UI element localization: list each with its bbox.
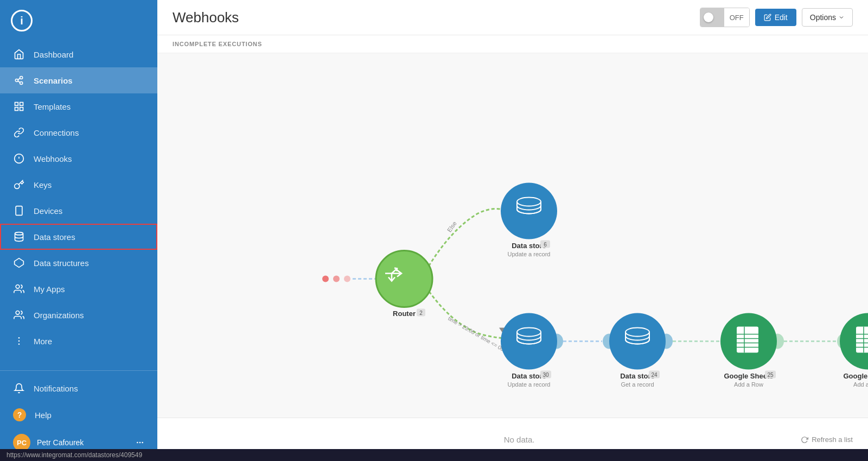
scenarios-icon (13, 74, 25, 86)
sidebar-item-label: More (34, 337, 52, 346)
data-store-30-sublabel: Update a record (508, 381, 551, 388)
sheets-26-doc (856, 327, 868, 353)
svg-point-26 (344, 276, 350, 282)
sidebar-item-label: Organizations (34, 311, 84, 320)
svg-rect-5 (15, 103, 18, 106)
user-name: Petr Cafourek (37, 438, 129, 447)
options-button[interactable]: Options (802, 8, 853, 27)
data-store-6-badge-text: 6 (544, 242, 547, 248)
svg-point-24 (322, 276, 329, 282)
sidebar-item-data-structures[interactable]: Data structures (0, 250, 157, 276)
router-badge-text: 2 (419, 310, 423, 316)
bell-icon (13, 382, 25, 394)
data-store-30-node[interactable] (501, 313, 557, 370)
svg-point-19 (18, 340, 20, 342)
sidebar-item-webhooks[interactable]: Webhooks (0, 146, 157, 172)
svg-rect-12 (16, 206, 22, 216)
data-store-30-badge-text: 30 (542, 372, 549, 378)
svg-point-20 (18, 344, 20, 345)
scenario-canvas[interactable]: Else time > 23:00 or time <= 00:00 (157, 53, 868, 418)
sidebar-item-label: Notifications (34, 384, 78, 393)
main-content: Webhooks OFF Edit Options INCOMPLETE EXE… (157, 0, 868, 461)
sidebar-item-templates[interactable]: Templates (0, 93, 157, 119)
sidebar-item-devices[interactable]: Devices (0, 198, 157, 224)
incomplete-executions-bar: INCOMPLETE EXECUTIONS (157, 35, 868, 53)
svg-point-25 (333, 276, 340, 282)
sidebar-item-data-stores[interactable]: Data stores (0, 224, 157, 250)
sidebar-item-connections[interactable]: Connections (0, 119, 157, 146)
sidebar-nav: Dashboard Scenarios Templates Connection… (0, 41, 157, 370)
status-url: https://www.integromat.com/datastores/40… (7, 451, 142, 459)
sidebar-item-help[interactable]: ? Help (0, 401, 157, 428)
sidebar-item-label: Scenarios (34, 76, 73, 85)
sidebar-item-keys[interactable]: Keys (0, 172, 157, 198)
sidebar-item-label: Webhooks (34, 154, 72, 163)
data-store-24-node[interactable] (609, 313, 666, 370)
templates-icon (13, 100, 25, 112)
datastores-icon (13, 231, 25, 243)
google-sheets-26-label: Google Sheets (843, 372, 868, 380)
sidebar-item-label: Dashboard (34, 50, 73, 59)
no-data-text: No data. (238, 435, 801, 444)
sidebar-item-my-apps[interactable]: My Apps (0, 276, 157, 302)
sidebar-item-organizations[interactable]: Organizations (0, 302, 157, 328)
svg-point-2 (20, 82, 23, 85)
home-icon (13, 48, 25, 60)
connections-icon (13, 127, 25, 138)
keys-icon (13, 179, 25, 191)
sidebar-logo: i (0, 0, 157, 41)
edit-button[interactable]: Edit (755, 9, 796, 26)
sidebar-item-label: Connections (34, 128, 79, 137)
sidebar-item-scenarios[interactable]: Scenarios (0, 67, 157, 93)
sidebar-item-more[interactable]: More (0, 328, 157, 354)
svg-point-23 (137, 442, 138, 443)
svg-point-14 (15, 232, 23, 235)
toggle-switch[interactable]: OFF (700, 8, 750, 27)
sidebar-item-notifications[interactable]: Notifications (0, 375, 157, 401)
svg-line-4 (18, 81, 20, 83)
incomplete-executions-label: INCOMPLETE EXECUTIONS (173, 41, 262, 47)
sidebar-item-dashboard[interactable]: Dashboard (0, 41, 157, 67)
edit-icon (764, 14, 771, 21)
data-store-6-sublabel: Update a record (508, 251, 551, 257)
header-actions: OFF Edit Options (700, 8, 853, 27)
sidebar-item-label: Data structures (34, 258, 89, 268)
sidebar-item-label: Templates (34, 102, 71, 111)
organizations-icon (13, 309, 25, 321)
page-title: Webhooks (173, 9, 239, 26)
sidebar-item-label: My Apps (34, 285, 65, 294)
status-bar: https://www.integromat.com/datastores/40… (0, 449, 868, 461)
svg-point-44 (517, 198, 541, 206)
sidebar-item-label: Data stores (34, 232, 75, 242)
svg-marker-15 (15, 258, 24, 268)
refresh-icon (801, 436, 808, 444)
sidebar-item-label: Help (35, 411, 52, 420)
svg-rect-7 (20, 108, 23, 111)
svg-point-0 (15, 79, 18, 82)
refresh-label: Refresh a list (812, 435, 853, 444)
svg-rect-6 (20, 103, 23, 106)
edit-label: Edit (775, 13, 788, 22)
sheets-25-doc (737, 327, 758, 353)
toggle-track (700, 8, 724, 27)
options-label: Options (810, 13, 836, 22)
data-store-6-node[interactable] (501, 183, 557, 239)
sidebar-item-label: Keys (34, 180, 52, 190)
data-store-24-sublabel: Get a record (621, 381, 654, 388)
refresh-link[interactable]: Refresh a list (801, 435, 853, 444)
toggle-label: OFF (724, 8, 749, 27)
webhooks-icon (13, 153, 25, 165)
svg-rect-8 (15, 108, 18, 111)
svg-point-16 (16, 285, 20, 289)
app-logo[interactable]: i (11, 10, 33, 31)
svg-point-46 (626, 328, 649, 337)
more-icon (13, 335, 25, 347)
google-sheets-25-badge-text: 25 (767, 372, 774, 378)
svg-point-21 (139, 442, 140, 443)
svg-line-3 (18, 78, 20, 80)
svg-point-22 (142, 442, 143, 443)
datastructures-icon (13, 257, 25, 269)
chevron-down-icon (838, 14, 845, 21)
help-icon: ? (13, 408, 26, 421)
google-sheets-26-sublabel: Add a Row (853, 381, 868, 388)
